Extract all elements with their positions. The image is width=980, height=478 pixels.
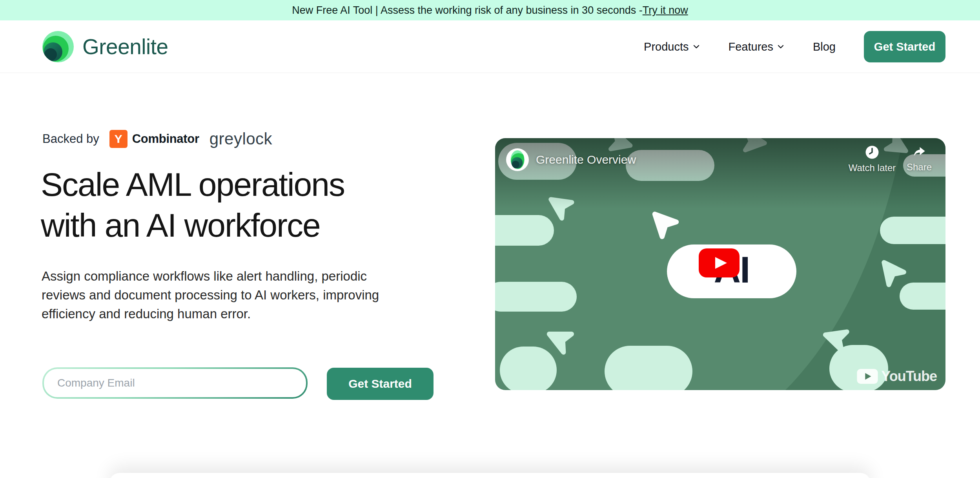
site-header: Greenlite Products Features Blog Get Sta… (0, 20, 980, 73)
hero-title: Scale AML operationswith an AI workforce (41, 164, 441, 246)
thumbnail-pill (605, 346, 692, 390)
share-button[interactable]: Share (902, 145, 937, 173)
y-combinator-icon: Y (109, 130, 128, 148)
thumbnail-ai-pill: AI (667, 244, 796, 298)
watch-later-label: Watch later (849, 162, 896, 173)
video-channel-avatar[interactable] (506, 148, 529, 171)
cursor-arrow-icon (649, 209, 680, 241)
brand-logo[interactable]: Greenlite (42, 31, 168, 62)
nav-label: Features (729, 40, 773, 53)
youtube-watermark[interactable]: YouTube (857, 368, 937, 385)
greylock-logo: greylock (209, 130, 272, 148)
cursor-arrow-icon (876, 257, 909, 290)
header-get-started-button[interactable]: Get Started (864, 31, 945, 62)
clock-icon (865, 145, 879, 159)
hero-get-started-button[interactable]: Get Started (327, 368, 434, 400)
thumbnail-pill (900, 283, 945, 310)
backed-by-row: Backed by Y Combinator greylock (42, 130, 272, 148)
brand-name: Greenlite (82, 34, 168, 59)
main-nav: Products Features Blog Get Started (644, 20, 945, 73)
youtube-video-player[interactable]: AI Greenlite Overview Watch later (495, 138, 945, 390)
nav-item-blog[interactable]: Blog (813, 40, 836, 53)
announcement-text: New Free AI Tool | Assess the working ri… (292, 4, 642, 16)
thumbnail-pill (495, 282, 577, 312)
thumbnail-pill (495, 215, 554, 246)
chevron-down-icon (777, 43, 785, 51)
greenlite-logo-icon (42, 31, 74, 62)
signup-form: Get Started (42, 367, 434, 400)
chevron-down-icon (692, 43, 700, 51)
youtube-wordmark: YouTube (881, 368, 937, 385)
share-arrow-icon (912, 145, 927, 159)
nav-item-features[interactable]: Features (729, 40, 785, 53)
greenlite-logo-icon (511, 150, 525, 169)
nav-label: Products (644, 40, 689, 53)
thumbnail-pill (880, 217, 945, 244)
next-section-card (109, 473, 871, 478)
youtube-play-button[interactable] (699, 248, 740, 277)
video-title[interactable]: Greenlite Overview (536, 153, 636, 166)
try-it-now-link[interactable]: Try it now (643, 4, 688, 16)
watch-later-button[interactable]: Watch later (847, 145, 897, 173)
nav-item-products[interactable]: Products (644, 40, 700, 53)
share-label: Share (907, 162, 932, 173)
hero-title-line1: Scale AML operations (41, 166, 344, 203)
hero-description: Assign compliance workflows like alert h… (42, 267, 414, 323)
hero-title-line2: with an AI workforce (41, 207, 320, 244)
y-combinator-wordmark: Combinator (132, 132, 199, 146)
greenlite-landing-page: New Free AI Tool | Assess the working ri… (0, 0, 980, 478)
backed-by-label: Backed by (42, 132, 99, 146)
nav-label: Blog (813, 40, 836, 53)
company-email-input[interactable] (42, 367, 308, 399)
thumbnail-pill (500, 347, 557, 390)
youtube-logo-icon (857, 369, 878, 384)
announcement-banner: New Free AI Tool | Assess the working ri… (0, 0, 980, 20)
y-combinator-logo: Y Combinator (109, 130, 199, 148)
